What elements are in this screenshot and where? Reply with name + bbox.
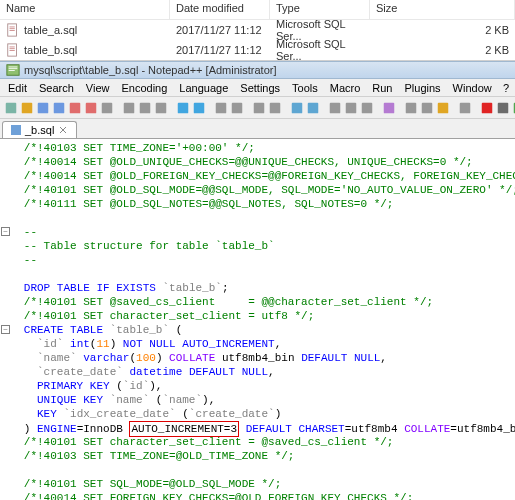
copy-icon[interactable] (138, 100, 152, 116)
svg-rect-26 (254, 102, 265, 113)
menu-edit[interactable]: Edit (2, 80, 33, 96)
svg-rect-15 (54, 102, 65, 113)
editor-line[interactable]: /*!40103 SET TIME_ZONE='+00:00' */; (4, 141, 511, 155)
lang-icon[interactable] (382, 100, 396, 116)
func-list-icon[interactable] (420, 100, 434, 116)
menu-window[interactable]: Window (447, 80, 498, 96)
menu-settings[interactable]: Settings (234, 80, 286, 96)
explorer-header: Name Date modified Type Size (0, 0, 515, 20)
file-name: table_a.sql (24, 24, 77, 36)
editor-line[interactable]: /*!40014 SET FOREIGN_KEY_CHECKS=@OLD_FOR… (4, 491, 511, 500)
editor-line[interactable]: /*!40103 SET TIME_ZONE=@OLD_TIME_ZONE */… (4, 449, 511, 463)
paste-icon[interactable] (154, 100, 168, 116)
new-file-icon[interactable] (4, 100, 18, 116)
tab-active[interactable]: _b.sql (2, 121, 77, 138)
editor-line[interactable]: /*!40014 SET @OLD_UNIQUE_CHECKS=@@UNIQUE… (4, 155, 511, 169)
svg-rect-7 (10, 50, 15, 51)
save-icon[interactable] (36, 100, 50, 116)
zoom-out-icon[interactable] (268, 100, 282, 116)
editor[interactable]: /*!40103 SET TIME_ZONE='+00:00' */; /*!4… (0, 139, 515, 500)
file-row[interactable]: table_b.sql2017/11/27 11:12Microsoft SQL… (0, 40, 515, 60)
editor-line[interactable]: UNIQUE KEY `name` (`name`), (4, 393, 511, 407)
editor-line[interactable]: /*!40101 SET SQL_MODE=@OLD_SQL_MODE */; (4, 477, 511, 491)
indent-guide-icon[interactable] (360, 100, 374, 116)
menu-view[interactable]: View (80, 80, 116, 96)
doc-map-icon[interactable] (404, 100, 418, 116)
record-icon[interactable] (480, 100, 494, 116)
svg-rect-22 (178, 102, 189, 113)
svg-rect-32 (362, 102, 373, 113)
menu-encoding[interactable]: Encoding (115, 80, 173, 96)
editor-line[interactable]: `create_date` datetime DEFAULT NULL, (4, 365, 511, 379)
editor-line[interactable]: PRIMARY KEY (`id`), (4, 379, 511, 393)
wrap-icon[interactable] (328, 100, 342, 116)
open-file-icon[interactable] (20, 100, 34, 116)
svg-rect-9 (9, 67, 18, 68)
col-header-name[interactable]: Name (0, 0, 170, 19)
menu-tools[interactable]: Tools (286, 80, 324, 96)
npp-title-text: mysql\script\table_b.sql - Notepad++ [Ad… (24, 64, 277, 76)
undo-icon[interactable] (176, 100, 190, 116)
file-row[interactable]: table_a.sql2017/11/27 11:12Microsoft SQL… (0, 20, 515, 40)
editor-line[interactable]: /*!40101 SET @saved_cs_client = @@charac… (4, 295, 511, 309)
stop-icon[interactable] (496, 100, 510, 116)
editor-line[interactable] (4, 463, 511, 477)
zoom-in-icon[interactable] (252, 100, 266, 116)
svg-rect-23 (194, 102, 205, 113)
fold-toggle-icon[interactable]: − (1, 227, 10, 236)
editor-line[interactable]: /*!40101 SET character_set_client = @sav… (4, 435, 511, 449)
sync-h-icon[interactable] (306, 100, 320, 116)
menu-search[interactable]: Search (33, 80, 80, 96)
menubar: EditSearchViewEncodingLanguageSettingsTo… (0, 79, 515, 97)
editor-line[interactable] (4, 211, 511, 225)
file-date: 2017/11/27 11:12 (170, 42, 270, 58)
menu-plugins[interactable]: Plugins (399, 80, 447, 96)
folder-icon[interactable] (436, 100, 450, 116)
editor-line[interactable]: -- (4, 253, 511, 267)
replace-icon[interactable] (230, 100, 244, 116)
find-icon[interactable] (214, 100, 228, 116)
editor-line[interactable]: DROP TABLE IF EXISTS `table_b`; (4, 281, 511, 295)
file-date: 2017/11/27 11:12 (170, 22, 270, 38)
svg-rect-34 (406, 102, 417, 113)
cut-icon[interactable] (122, 100, 136, 116)
svg-rect-12 (6, 102, 17, 113)
editor-line[interactable]: /*!40101 SET character_set_client = utf8… (4, 309, 511, 323)
editor-line[interactable]: `name` varchar(100) COLLATE utf8mb4_bin … (4, 351, 511, 365)
editor-line[interactable]: /*!40111 SET @OLD_SQL_NOTES=@@SQL_NOTES,… (4, 197, 511, 211)
menu-help[interactable]: ? (499, 80, 513, 96)
menu-run[interactable]: Run (366, 80, 398, 96)
save-all-icon[interactable] (52, 100, 66, 116)
menu-language[interactable]: Language (173, 80, 234, 96)
editor-line[interactable]: -- Table structure for table `table_b` (4, 239, 511, 253)
menu-macro[interactable]: Macro (324, 80, 367, 96)
show-all-icon[interactable] (344, 100, 358, 116)
file-name: table_b.sql (24, 44, 77, 56)
print-icon[interactable] (100, 100, 114, 116)
svg-rect-27 (270, 102, 281, 113)
col-header-date[interactable]: Date modified (170, 0, 270, 19)
close-icon[interactable] (58, 125, 68, 135)
tabbar: _b.sql (0, 119, 515, 139)
fold-toggle-icon[interactable]: − (1, 325, 10, 334)
close-all-icon[interactable] (84, 100, 98, 116)
sync-v-icon[interactable] (290, 100, 304, 116)
svg-rect-38 (482, 102, 493, 113)
editor-line[interactable]: KEY `idx_create_date` (`create_date`) (4, 407, 511, 421)
editor-line[interactable] (4, 267, 511, 281)
toolbar (0, 97, 515, 119)
svg-rect-43 (11, 125, 21, 135)
editor-line[interactable]: CREATE TABLE `table_b` ( (4, 323, 511, 337)
redo-icon[interactable] (192, 100, 206, 116)
col-header-size[interactable]: Size (370, 0, 515, 19)
file-size: 2 KB (370, 42, 515, 58)
monitor-icon[interactable] (458, 100, 472, 116)
svg-rect-36 (438, 102, 449, 113)
editor-line[interactable]: -- (4, 225, 511, 239)
editor-line[interactable]: /*!40101 SET @OLD_SQL_MODE=@@SQL_MODE, S… (4, 183, 511, 197)
close-icon[interactable] (68, 100, 82, 116)
editor-line[interactable]: `id` int(11) NOT NULL AUTO_INCREMENT, (4, 337, 511, 351)
editor-line[interactable]: ) ENGINE=InnoDB AUTO_INCREMENT=3 DEFAULT… (4, 421, 511, 435)
svg-rect-39 (498, 102, 509, 113)
editor-line[interactable]: /*!40014 SET @OLD_FOREIGN_KEY_CHECKS=@@F… (4, 169, 511, 183)
